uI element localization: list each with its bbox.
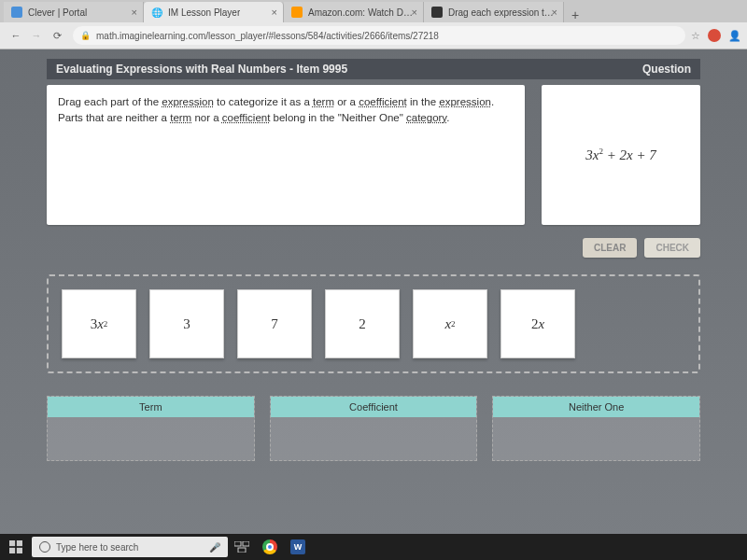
star-icon[interactable]: ☆	[691, 30, 700, 42]
favicon-amazon	[291, 7, 303, 18]
drop-term[interactable]: Term	[47, 396, 255, 461]
start-button[interactable]	[0, 534, 32, 560]
profile-icon[interactable]: 👤	[728, 30, 741, 42]
tabs-row: Clever | Portal × 🌐 IM Lesson Player × A…	[0, 0, 747, 22]
tab-title: Amazon.com: Watch DNA 2 | Pri…	[308, 7, 416, 18]
svg-rect-5	[243, 541, 249, 546]
browser-chrome: Clever | Portal × 🌐 IM Lesson Player × A…	[0, 0, 747, 49]
browser-tab[interactable]: 🌐 IM Lesson Player ×	[144, 2, 284, 22]
svg-rect-4	[234, 541, 241, 546]
action-row: Clear Check	[47, 238, 700, 258]
address-bar-row: ← → ⟳ 🔒 math.imaginelearning.com/lesson_…	[0, 22, 747, 49]
lesson-header: Evaluating Expressions with Real Numbers…	[47, 59, 700, 79]
tab-title: IM Lesson Player	[168, 7, 240, 18]
drop-zones: Term Coefficient Neither One	[47, 396, 700, 461]
drop-coefficient[interactable]: Coefficient	[270, 396, 478, 461]
lesson-title: Evaluating Expressions with Real Numbers…	[56, 63, 347, 76]
vocab-coefficient[interactable]: coefficient	[222, 112, 271, 123]
draggable-tile[interactable]: 2x	[500, 289, 575, 358]
check-button[interactable]: Check	[644, 238, 700, 258]
close-icon[interactable]: ×	[552, 7, 557, 18]
svg-rect-6	[238, 548, 246, 553]
tab-title: Clever | Portal	[28, 7, 87, 18]
drop-header: Coefficient	[271, 397, 477, 417]
vocab-coefficient[interactable]: coefficient	[359, 96, 407, 107]
svg-rect-2	[9, 548, 15, 553]
close-icon[interactable]: ×	[272, 7, 277, 18]
url-text: math.imaginelearning.com/lesson_player/#…	[96, 31, 439, 41]
draggable-tile[interactable]: x2	[413, 289, 487, 358]
address-bar[interactable]: 🔒 math.imaginelearning.com/lesson_player…	[73, 26, 685, 45]
close-icon[interactable]: ×	[412, 7, 417, 18]
svg-rect-1	[17, 540, 22, 546]
taskbar-search-placeholder: Type here to search	[56, 542, 138, 553]
taskbar-search[interactable]: Type here to search 🎤	[32, 537, 228, 557]
vocab-expression[interactable]: expression	[162, 96, 214, 107]
draggable-tile[interactable]: 3x2	[62, 289, 136, 358]
windows-icon	[9, 540, 22, 553]
taskbar-app-chrome[interactable]	[256, 534, 284, 560]
svg-rect-0	[9, 540, 15, 546]
taskbar-app-word[interactable]: W	[284, 534, 312, 560]
windows-taskbar: Type here to search 🎤 W	[0, 534, 747, 560]
mic-icon[interactable]: 🎤	[209, 542, 220, 553]
favicon-clever	[11, 7, 22, 18]
expression-display: 3x2 + 2x + 7	[585, 147, 656, 163]
instruction-panel: Drag each part of the expression to cate…	[47, 85, 525, 225]
toolbar-right: ☆ 👤	[691, 29, 741, 42]
question-label: Question	[642, 63, 691, 76]
vocab-term[interactable]: term	[313, 96, 334, 107]
drop-neither[interactable]: Neither One	[492, 396, 700, 461]
draggable-tile[interactable]: 7	[237, 289, 312, 358]
lock-icon: 🔒	[80, 31, 91, 40]
expression-panel: 3x2 + 2x + 7	[542, 85, 700, 225]
globe-icon: 🌐	[151, 7, 162, 18]
draggable-tile[interactable]: 3	[149, 289, 224, 358]
clear-button[interactable]: Clear	[583, 238, 637, 258]
new-tab-button[interactable]: +	[564, 7, 586, 22]
vocab-expression[interactable]: expression	[439, 96, 491, 107]
page-content: Evaluating Expressions with Real Numbers…	[0, 49, 747, 539]
browser-tab[interactable]: Clever | Portal ×	[4, 2, 144, 22]
vocab-category[interactable]: category	[406, 112, 446, 123]
tab-title: Drag each expression to the bo…	[448, 7, 556, 18]
cortana-icon	[39, 541, 50, 553]
task-view-button[interactable]	[228, 534, 256, 560]
reload-button[interactable]: ⟳	[47, 25, 67, 46]
drop-header: Neither One	[493, 397, 699, 417]
extension-icon[interactable]	[708, 29, 721, 42]
forward-button[interactable]: →	[26, 25, 47, 46]
drop-header: Term	[48, 397, 254, 417]
tiles-area: 3x2 3 7 2 x2 2x	[47, 274, 700, 373]
vocab-term[interactable]: term	[170, 112, 191, 123]
favicon-brainly	[431, 7, 443, 18]
close-icon[interactable]: ×	[132, 7, 137, 18]
browser-tab[interactable]: Amazon.com: Watch DNA 2 | Pri… ×	[284, 2, 424, 22]
svg-rect-3	[17, 548, 22, 553]
back-button[interactable]: ←	[6, 25, 26, 46]
draggable-tile[interactable]: 2	[325, 289, 400, 358]
browser-tab[interactable]: Drag each expression to the bo… ×	[424, 2, 564, 22]
